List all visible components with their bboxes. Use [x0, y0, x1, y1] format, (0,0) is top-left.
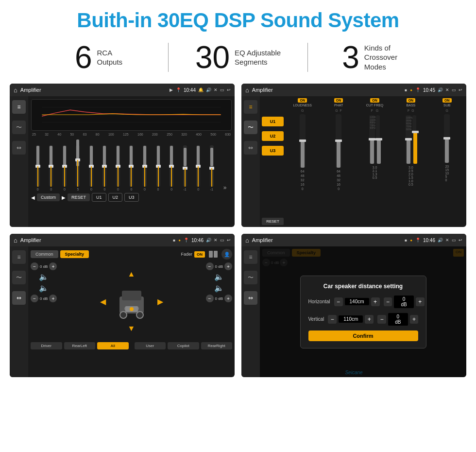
back-icon-3[interactable]: ↩ [227, 238, 231, 243]
eq-slider-5[interactable]: 0 [99, 145, 111, 191]
back-icon-2[interactable]: ↩ [459, 87, 462, 92]
horizontal-plus[interactable]: + [371, 297, 380, 306]
profile-icon[interactable]: 👤 [221, 249, 232, 260]
minimize-icon[interactable]: ▭ [220, 87, 224, 92]
fader-right-arrow[interactable]: ▶ [157, 297, 163, 306]
right-db-minus-1[interactable]: − [384, 297, 392, 306]
wave-icon-3[interactable]: 〜 [12, 271, 26, 284]
next-icon[interactable]: ▶ [62, 195, 66, 200]
wave-icon-2[interactable]: 〜 [244, 121, 257, 134]
minimize-icon-4[interactable]: ▭ [452, 238, 456, 243]
eq-slider-expand[interactable]: » [219, 184, 231, 191]
u1-btn[interactable]: U1 [262, 117, 284, 126]
right-plus-2[interactable]: + [224, 295, 232, 302]
arrows-icon-2[interactable]: ⇔ [244, 141, 257, 155]
right-minus-2[interactable]: − [206, 295, 214, 302]
eq-slider-11[interactable]: -1 [179, 145, 191, 191]
minimize-icon-2[interactable]: ▭ [452, 87, 456, 92]
close-icon-3[interactable]: ✕ [214, 238, 218, 243]
driver-btn[interactable]: Driver [31, 342, 62, 349]
reset-button[interactable]: RESET [68, 193, 90, 201]
phat-on[interactable]: ON [334, 98, 343, 103]
vertical-minus[interactable]: − [328, 315, 337, 324]
all-btn[interactable]: All [97, 342, 129, 349]
cutfreq-slider2[interactable] [376, 115, 380, 164]
copilot-btn[interactable]: Copilot [168, 342, 199, 349]
u2-button[interactable]: U2 [108, 193, 123, 202]
fader-left-arrow[interactable]: ◀ [100, 297, 106, 306]
eq-slider-4[interactable]: 0 [85, 145, 97, 191]
home-icon-2[interactable]: ⌂ [245, 87, 249, 94]
horizontal-minus[interactable]: − [334, 297, 343, 306]
home-icon-3[interactable]: ⌂ [14, 237, 17, 244]
u1-button[interactable]: U1 [92, 193, 106, 202]
right-speaker-icon: 🔈 [214, 272, 224, 281]
eq-slider-8[interactable]: 0 [139, 145, 151, 191]
sub-slider[interactable] [444, 114, 450, 163]
eq-slider-1[interactable]: 0 [46, 145, 57, 191]
close-icon-4[interactable]: ✕ [445, 238, 449, 243]
right-vol-1: − 0 dB + [206, 262, 232, 270]
fader-down-arrow[interactable]: ▼ [128, 324, 136, 333]
wave-icon-4[interactable]: 〜 [244, 271, 257, 284]
cutfreq-slider1[interactable]: 120Hz100Hz80Hz70Hz60Hz [369, 115, 375, 164]
loudness-on[interactable]: ON [298, 98, 307, 103]
eq-slider-6[interactable]: 0 [112, 145, 124, 191]
right-db-minus-2[interactable]: − [377, 315, 386, 324]
right-plus-1[interactable]: + [224, 262, 232, 270]
arrows-icon-4[interactable]: ⇔ [244, 291, 257, 305]
fader-up-arrow[interactable]: ▲ [128, 270, 136, 278]
eq-icon-4[interactable]: ≡ [244, 250, 257, 264]
u3-button[interactable]: U3 [124, 193, 139, 202]
phat-slider[interactable] [336, 114, 341, 168]
eq-slider-9[interactable]: 0 [153, 145, 164, 191]
custom-button[interactable]: Custom [37, 193, 60, 201]
specialty-tab[interactable]: Specialty [60, 250, 89, 258]
bass-slider1[interactable]: 100Hz90Hz80Hz70Hz60Hz [406, 115, 411, 164]
right-db-plus-1[interactable]: + [416, 297, 425, 306]
bass-slider2[interactable] [412, 115, 416, 164]
rearleft-btn[interactable]: RearLeft [64, 342, 96, 349]
back-icon-4[interactable]: ↩ [459, 238, 462, 243]
eq-sliders: 0 0 0 5 0 0 0 0 0 0 0 -1 0 -1 » [31, 138, 232, 191]
eq-slider-13[interactable]: -1 [206, 145, 218, 191]
user-btn[interactable]: User [135, 342, 166, 349]
amp2-reset[interactable]: RESET [262, 218, 284, 225]
left-minus-1[interactable]: − [31, 262, 38, 270]
sub-on[interactable]: ON [442, 98, 452, 103]
prev-icon[interactable]: ◀ [31, 195, 35, 200]
eq-icon[interactable]: ≡ [12, 100, 26, 114]
left-minus-2[interactable]: − [31, 295, 38, 302]
cutfreq-on[interactable]: ON [370, 98, 379, 103]
u3-btn[interactable]: U3 [262, 146, 284, 156]
arrows-icon[interactable]: ⇔ [12, 141, 26, 155]
right-minus-1[interactable]: − [206, 262, 214, 270]
minimize-icon-3[interactable]: ▭ [220, 238, 224, 243]
u2-btn[interactable]: U2 [262, 131, 284, 141]
confirm-button[interactable]: Confirm [308, 330, 418, 341]
close-icon[interactable]: ✕ [214, 87, 218, 92]
rearright-btn[interactable]: RearRight [201, 342, 233, 349]
arrows-icon-3[interactable]: ⇔ [12, 291, 26, 305]
close-icon-2[interactable]: ✕ [445, 87, 449, 92]
bass-on[interactable]: ON [407, 98, 416, 103]
eq-slider-0[interactable]: 0 [32, 145, 44, 191]
eq-slider-2[interactable]: 0 [59, 145, 70, 191]
left-plus-2[interactable]: + [49, 295, 57, 302]
left-plus-1[interactable]: + [49, 262, 57, 270]
home-icon-4[interactable]: ⌂ [245, 237, 249, 244]
loudness-slider[interactable] [300, 114, 306, 168]
eq-slider-7[interactable]: 0 [126, 145, 137, 191]
right-db-plus-2[interactable]: + [410, 315, 419, 324]
eq-slider-3[interactable]: 5 [72, 145, 84, 191]
eq-slider-10[interactable]: 0 [166, 145, 177, 191]
eq-icon-2[interactable]: ≡ [244, 100, 257, 114]
back-icon[interactable]: ↩ [227, 87, 231, 92]
wave-icon[interactable]: 〜 [12, 121, 26, 134]
eq-icon-3[interactable]: ≡ [12, 250, 26, 264]
eq-slider-12[interactable]: 0 [192, 145, 204, 191]
vertical-plus[interactable]: + [365, 315, 374, 324]
fader-on-badge[interactable]: ON [194, 251, 205, 258]
home-icon[interactable]: ⌂ [14, 87, 17, 94]
common-tab[interactable]: Common [31, 250, 58, 258]
